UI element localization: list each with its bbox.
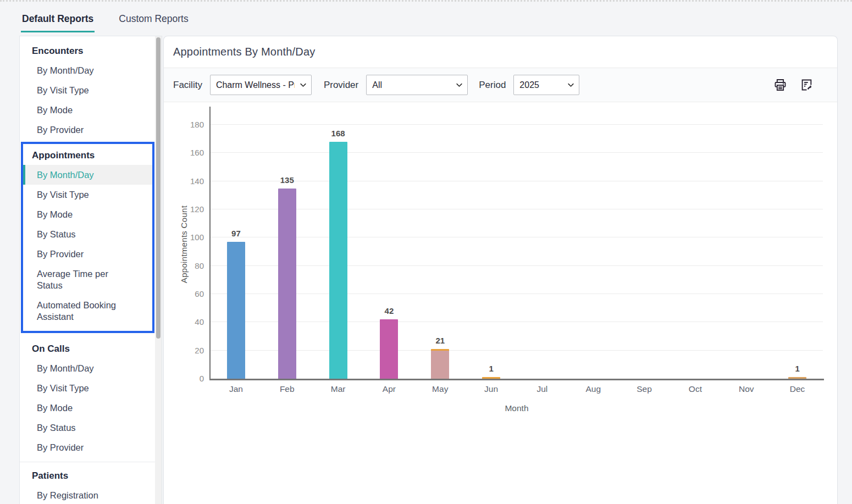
x-axis-tick-label: May <box>424 384 457 394</box>
y-axis-tick-label: 80 <box>181 261 204 270</box>
tab-bar: Default Reports Custom Reports <box>0 2 852 32</box>
x-axis-tick-label: Sep <box>628 384 661 394</box>
x-axis-tick-label: Apr <box>373 384 406 394</box>
x-axis-tick-label: Jan <box>219 384 252 394</box>
chart-bar[interactable] <box>788 377 806 379</box>
x-axis-tick-label: Jun <box>475 384 508 394</box>
page: Default Reports Custom Reports Encounter… <box>0 0 852 504</box>
x-axis-tick-label: Oct <box>679 384 712 394</box>
chart-bar[interactable] <box>380 319 398 379</box>
gridline <box>211 265 823 266</box>
x-axis-tick-label: Aug <box>577 384 610 394</box>
sidebar-scrollbar-thumb[interactable] <box>156 37 161 339</box>
sidebar-sections: EncountersBy Month/DayBy Visit TypeBy Mo… <box>20 36 156 504</box>
bar-value-label: 1 <box>781 364 814 373</box>
sidebar-section-patients: PatientsBy RegistrationBy DemographicsBy… <box>20 464 156 504</box>
sidebar: EncountersBy Month/DayBy Visit TypeBy Mo… <box>19 36 162 504</box>
print-icon <box>773 77 788 92</box>
gridline <box>211 237 823 237</box>
sidebar-item-by-visit-type[interactable]: By Visit Type <box>20 378 156 398</box>
y-axis-tick-label: 180 <box>181 120 204 129</box>
y-axis-tick-label: 40 <box>181 317 204 326</box>
bar-value-label: 1 <box>475 364 508 373</box>
bar-value-label: 42 <box>373 306 406 315</box>
plot-area: 97135168422111 <box>211 112 823 379</box>
sidebar-section-appointments: AppointmentsBy Month/DayBy Visit TypeBy … <box>21 142 154 333</box>
y-axis-tick-label: 160 <box>181 148 204 157</box>
bar-value-label: 168 <box>322 129 355 138</box>
sidebar-scrollbar[interactable] <box>155 36 162 504</box>
provider-label: Provider <box>324 80 358 91</box>
chart-bar[interactable] <box>227 242 245 379</box>
period-select[interactable]: 2025 <box>513 75 579 95</box>
sidebar-item-by-month-day[interactable]: By Month/Day <box>20 358 156 378</box>
period-label: Period <box>479 80 506 91</box>
x-axis-line <box>209 379 824 380</box>
sidebar-item-by-status[interactable]: By Status <box>23 224 152 244</box>
report-actions <box>772 77 814 93</box>
y-axis-line <box>209 107 211 380</box>
gridline <box>211 124 823 125</box>
export-button[interactable] <box>799 77 814 93</box>
y-axis-tick-label: 120 <box>181 204 204 214</box>
y-axis-ticks: 020406080100120140160180 <box>181 112 204 379</box>
bar-value-label: 21 <box>424 336 457 345</box>
y-axis-tick-label: 140 <box>181 176 204 186</box>
chart-bar[interactable] <box>278 189 296 379</box>
x-axis-tick-label: Feb <box>270 384 303 394</box>
x-axis-title: Month <box>211 403 823 413</box>
gridline <box>211 209 823 209</box>
facility-select[interactable]: Charm Wellness - Pr <box>210 75 312 95</box>
y-axis-tick-label: 20 <box>181 346 204 355</box>
sidebar-section-title-appointments: Appointments <box>23 144 152 165</box>
export-icon <box>799 77 814 92</box>
sidebar-item-by-month-day[interactable]: By Month/Day <box>23 165 152 185</box>
chart-area: Appointments Count 020406080100120140160… <box>164 102 837 504</box>
section-divider <box>20 462 156 462</box>
chart-bar[interactable] <box>329 142 347 379</box>
sidebar-item-by-visit-type[interactable]: By Visit Type <box>23 185 152 204</box>
x-axis-ticks: JanFebMarAprMayJunJulAugSepOctNovDec <box>211 384 823 396</box>
x-axis-tick-label: Dec <box>781 384 814 394</box>
tab-custom-reports[interactable]: Custom Reports <box>118 8 189 32</box>
x-axis-tick-label: Jul <box>525 384 558 394</box>
sidebar-item-by-mode[interactable]: By Mode <box>20 100 156 120</box>
gridline <box>211 152 823 153</box>
y-axis-tick-label: 100 <box>181 232 204 242</box>
page-title: Appointments By Month/Day <box>173 46 315 58</box>
x-axis-tick-label: Nov <box>730 384 763 394</box>
y-axis-tick-label: 0 <box>181 374 204 383</box>
gridline <box>211 350 823 351</box>
report-header: Appointments By Month/Day <box>164 36 837 68</box>
sidebar-item-by-mode[interactable]: By Mode <box>20 398 156 418</box>
chart-bar[interactable] <box>431 349 449 379</box>
sidebar-item-by-mode[interactable]: By Mode <box>23 204 152 224</box>
sidebar-section-title-on-calls: On Calls <box>20 337 156 358</box>
sidebar-section-title-patients: Patients <box>20 464 156 485</box>
period-select-wrap: 2025 <box>513 75 579 95</box>
sidebar-item-average-time-per-status[interactable]: Average Time per Status <box>23 264 152 295</box>
x-axis-tick-label: Mar <box>322 384 355 394</box>
sidebar-item-by-provider[interactable]: By Provider <box>23 244 152 264</box>
facility-label: Facility <box>173 80 202 91</box>
bar-value-label: 135 <box>270 175 303 185</box>
sidebar-item-by-registration[interactable]: By Registration <box>20 485 156 504</box>
sidebar-item-by-provider[interactable]: By Provider <box>20 120 156 140</box>
tab-default-reports[interactable]: Default Reports <box>21 8 95 32</box>
sidebar-item-by-month-day[interactable]: By Month/Day <box>20 60 156 80</box>
bar-value-label: 97 <box>219 229 252 238</box>
sidebar-item-automated-booking-assistant[interactable]: Automated Booking Assistant <box>23 295 152 326</box>
chart-bar[interactable] <box>482 377 500 379</box>
gridline <box>211 322 823 322</box>
gridline <box>211 293 823 294</box>
sidebar-item-by-status[interactable]: By Status <box>20 418 156 437</box>
sidebar-section-on-calls: On CallsBy Month/DayBy Visit TypeBy Mode… <box>20 337 156 457</box>
provider-select[interactable]: All <box>366 75 468 95</box>
provider-select-wrap: All <box>366 75 468 95</box>
facility-select-wrap: Charm Wellness - Pr <box>210 75 312 95</box>
sidebar-item-by-provider[interactable]: By Provider <box>20 437 156 457</box>
print-button[interactable] <box>772 77 788 93</box>
filter-bar: Facility Charm Wellness - Pr Provider Al… <box>164 68 837 102</box>
sidebar-item-by-visit-type[interactable]: By Visit Type <box>20 80 156 100</box>
main-panel: Appointments By Month/Day Facility Charm… <box>163 36 838 504</box>
